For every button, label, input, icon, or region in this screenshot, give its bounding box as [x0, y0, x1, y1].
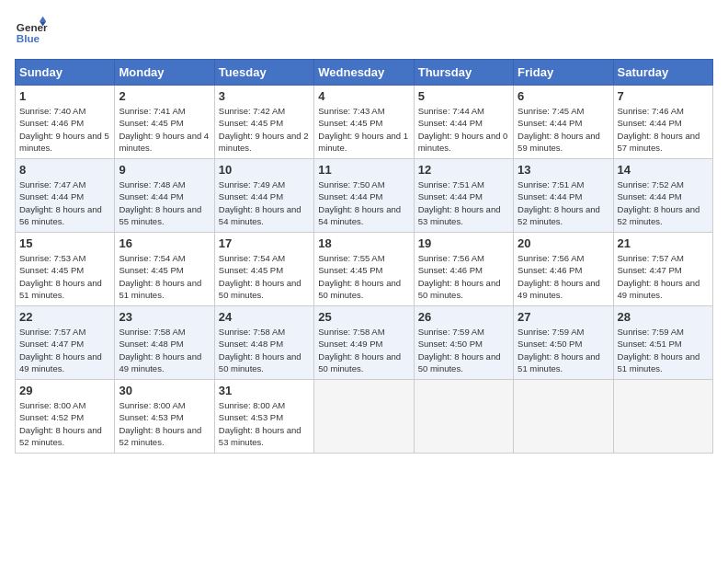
day-info: Sunrise: 7:59 AMSunset: 4:50 PMDaylight:…	[518, 327, 600, 373]
day-number: 11	[318, 163, 409, 177]
day-info: Sunrise: 7:58 AMSunset: 4:49 PMDaylight:…	[318, 327, 401, 373]
header-thursday: Thursday	[414, 60, 513, 86]
calendar-cell: 4 Sunrise: 7:43 AMSunset: 4:45 PMDayligh…	[314, 86, 414, 159]
calendar-header-row: SundayMondayTuesdayWednesdayThursdayFrid…	[16, 60, 713, 86]
day-number: 8	[19, 163, 110, 177]
calendar-cell: 12 Sunrise: 7:51 AMSunset: 4:44 PMDaylig…	[414, 159, 513, 233]
day-number: 12	[418, 163, 509, 177]
day-info: Sunrise: 7:47 AMSunset: 4:44 PMDaylight:…	[19, 179, 102, 226]
day-number: 14	[618, 163, 709, 177]
calendar-cell: 10 Sunrise: 7:49 AMSunset: 4:44 PMDaylig…	[214, 159, 313, 233]
day-number: 26	[418, 310, 509, 324]
day-number: 18	[318, 236, 409, 250]
calendar-cell: 11 Sunrise: 7:50 AMSunset: 4:44 PMDaylig…	[314, 159, 414, 233]
page-header: General Blue	[15, 15, 713, 48]
day-number: 20	[518, 236, 609, 250]
day-number: 22	[19, 310, 110, 324]
calendar-cell: 31 Sunrise: 8:00 AMSunset: 4:53 PMDaylig…	[214, 380, 313, 454]
calendar-cell: 25 Sunrise: 7:58 AMSunset: 4:49 PMDaylig…	[314, 306, 414, 380]
calendar-cell: 30 Sunrise: 8:00 AMSunset: 4:53 PMDaylig…	[115, 380, 214, 454]
header-sunday: Sunday	[16, 60, 115, 86]
day-number: 27	[518, 310, 609, 324]
calendar-cell: 1 Sunrise: 7:40 AMSunset: 4:46 PMDayligh…	[16, 86, 115, 159]
day-number: 5	[418, 89, 509, 103]
header-saturday: Saturday	[613, 60, 712, 86]
calendar-cell: 20 Sunrise: 7:56 AMSunset: 4:46 PMDaylig…	[514, 233, 613, 306]
calendar-cell: 7 Sunrise: 7:46 AMSunset: 4:44 PMDayligh…	[613, 86, 712, 159]
calendar-cell	[314, 380, 414, 454]
calendar-cell: 3 Sunrise: 7:42 AMSunset: 4:45 PMDayligh…	[214, 86, 313, 159]
day-number: 28	[618, 310, 709, 324]
calendar-week-row: 1 Sunrise: 7:40 AMSunset: 4:46 PMDayligh…	[16, 86, 713, 159]
day-info: Sunrise: 7:54 AMSunset: 4:45 PMDaylight:…	[119, 253, 201, 300]
day-info: Sunrise: 7:58 AMSunset: 4:48 PMDaylight:…	[219, 327, 301, 373]
day-number: 30	[119, 384, 210, 397]
day-info: Sunrise: 7:44 AMSunset: 4:44 PMDaylight:…	[418, 106, 508, 153]
calendar-cell	[414, 380, 513, 454]
calendar-cell: 15 Sunrise: 7:53 AMSunset: 4:45 PMDaylig…	[16, 233, 115, 306]
calendar-cell: 24 Sunrise: 7:58 AMSunset: 4:48 PMDaylig…	[214, 306, 313, 380]
day-number: 10	[219, 163, 310, 177]
calendar-cell: 18 Sunrise: 7:55 AMSunset: 4:45 PMDaylig…	[314, 233, 414, 306]
header-wednesday: Wednesday	[314, 60, 414, 86]
day-info: Sunrise: 7:45 AMSunset: 4:44 PMDaylight:…	[518, 106, 600, 153]
day-info: Sunrise: 7:56 AMSunset: 4:46 PMDaylight:…	[518, 253, 600, 300]
logo: General Blue	[15, 15, 53, 48]
day-info: Sunrise: 7:50 AMSunset: 4:44 PMDaylight:…	[318, 179, 401, 226]
day-info: Sunrise: 7:59 AMSunset: 4:51 PMDaylight:…	[618, 327, 700, 373]
day-info: Sunrise: 7:49 AMSunset: 4:44 PMDaylight:…	[219, 179, 301, 226]
calendar-cell: 2 Sunrise: 7:41 AMSunset: 4:45 PMDayligh…	[115, 86, 214, 159]
day-info: Sunrise: 7:41 AMSunset: 4:45 PMDaylight:…	[119, 106, 209, 153]
calendar-table: SundayMondayTuesdayWednesdayThursdayFrid…	[15, 59, 713, 454]
day-number: 1	[19, 89, 110, 103]
day-info: Sunrise: 7:43 AMSunset: 4:45 PMDaylight:…	[318, 106, 408, 153]
day-info: Sunrise: 7:40 AMSunset: 4:46 PMDaylight:…	[19, 106, 109, 153]
calendar-cell: 26 Sunrise: 7:59 AMSunset: 4:50 PMDaylig…	[414, 306, 513, 380]
calendar-cell: 13 Sunrise: 7:51 AMSunset: 4:44 PMDaylig…	[514, 159, 613, 233]
day-number: 29	[19, 384, 110, 397]
day-info: Sunrise: 7:51 AMSunset: 4:44 PMDaylight:…	[518, 179, 600, 226]
calendar-cell	[514, 380, 613, 454]
day-info: Sunrise: 7:53 AMSunset: 4:45 PMDaylight:…	[19, 253, 102, 300]
calendar-cell: 23 Sunrise: 7:58 AMSunset: 4:48 PMDaylig…	[115, 306, 214, 380]
calendar-cell: 21 Sunrise: 7:57 AMSunset: 4:47 PMDaylig…	[613, 233, 712, 306]
day-number: 6	[518, 89, 609, 103]
calendar-cell: 29 Sunrise: 8:00 AMSunset: 4:52 PMDaylig…	[16, 380, 115, 454]
day-info: Sunrise: 7:56 AMSunset: 4:46 PMDaylight:…	[418, 253, 501, 300]
day-number: 13	[518, 163, 609, 177]
svg-text:Blue: Blue	[17, 32, 40, 44]
day-number: 23	[119, 310, 210, 324]
day-number: 25	[318, 310, 409, 324]
calendar-cell: 17 Sunrise: 7:54 AMSunset: 4:45 PMDaylig…	[214, 233, 313, 306]
day-number: 19	[418, 236, 509, 250]
day-number: 2	[119, 89, 210, 103]
day-number: 17	[219, 236, 310, 250]
day-number: 16	[119, 236, 210, 250]
svg-marker-2	[40, 17, 46, 21]
day-info: Sunrise: 7:55 AMSunset: 4:45 PMDaylight:…	[318, 253, 401, 300]
header-tuesday: Tuesday	[214, 60, 313, 86]
calendar-week-row: 22 Sunrise: 7:57 AMSunset: 4:47 PMDaylig…	[16, 306, 713, 380]
day-info: Sunrise: 7:42 AMSunset: 4:45 PMDaylight:…	[219, 106, 309, 153]
day-info: Sunrise: 7:51 AMSunset: 4:44 PMDaylight:…	[418, 179, 501, 226]
header-friday: Friday	[514, 60, 613, 86]
calendar-cell: 9 Sunrise: 7:48 AMSunset: 4:44 PMDayligh…	[115, 159, 214, 233]
day-number: 7	[618, 89, 709, 103]
calendar-cell: 22 Sunrise: 7:57 AMSunset: 4:47 PMDaylig…	[16, 306, 115, 380]
day-number: 4	[318, 89, 409, 103]
calendar-cell: 14 Sunrise: 7:52 AMSunset: 4:44 PMDaylig…	[613, 159, 712, 233]
logo-icon: General Blue	[15, 15, 48, 48]
day-number: 24	[219, 310, 310, 324]
calendar-week-row: 29 Sunrise: 8:00 AMSunset: 4:52 PMDaylig…	[16, 380, 713, 454]
day-info: Sunrise: 8:00 AMSunset: 4:52 PMDaylight:…	[19, 400, 102, 447]
day-info: Sunrise: 7:57 AMSunset: 4:47 PMDaylight:…	[19, 327, 102, 373]
day-info: Sunrise: 7:59 AMSunset: 4:50 PMDaylight:…	[418, 327, 501, 373]
day-number: 9	[119, 163, 210, 177]
day-info: Sunrise: 7:57 AMSunset: 4:47 PMDaylight:…	[618, 253, 700, 300]
day-info: Sunrise: 7:52 AMSunset: 4:44 PMDaylight:…	[618, 179, 700, 226]
header-monday: Monday	[115, 60, 214, 86]
calendar-cell: 28 Sunrise: 7:59 AMSunset: 4:51 PMDaylig…	[613, 306, 712, 380]
day-info: Sunrise: 7:48 AMSunset: 4:44 PMDaylight:…	[119, 179, 201, 226]
day-number: 21	[618, 236, 709, 250]
day-info: Sunrise: 7:54 AMSunset: 4:45 PMDaylight:…	[219, 253, 301, 300]
